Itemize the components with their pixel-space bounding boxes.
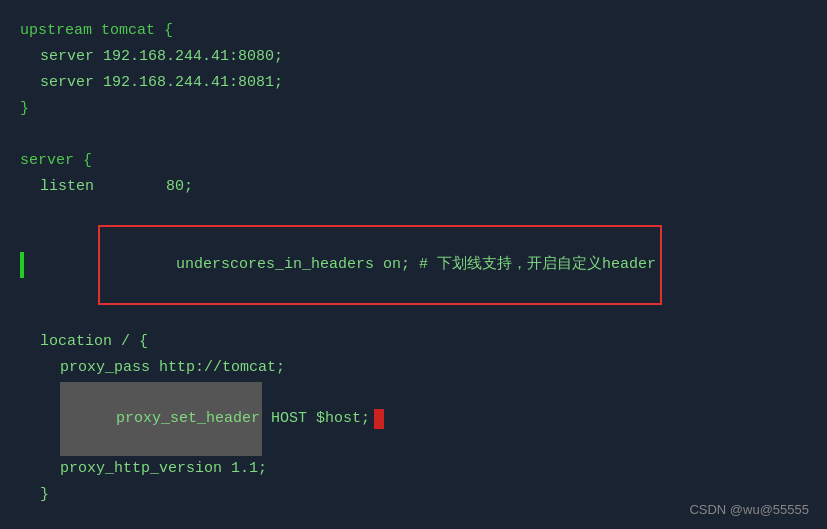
line-1: upstream tomcat { bbox=[20, 18, 807, 44]
line-9: location / { bbox=[20, 330, 807, 356]
code-text: } bbox=[40, 483, 49, 508]
proxy-set-header-highlight: proxy_set_header bbox=[60, 382, 262, 456]
line-5 bbox=[20, 122, 807, 148]
code-text: underscores_in_headers on; bbox=[176, 256, 419, 273]
line-12: proxy_http_version 1.1; bbox=[20, 456, 807, 482]
code-text: } bbox=[20, 97, 29, 122]
line-3: server 192.168.244.41:8081; bbox=[20, 70, 807, 96]
code-text: server 192.168.244.41:8081; bbox=[40, 71, 283, 96]
code-text: listen 80; bbox=[40, 175, 193, 200]
code-text: location / { bbox=[40, 330, 148, 355]
line-4: } bbox=[20, 96, 807, 122]
code-text: HOST $host; bbox=[262, 407, 370, 432]
code-text: server 192.168.244.41:8080; bbox=[40, 45, 283, 70]
line-11: proxy_set_header HOST $host; bbox=[20, 382, 807, 456]
line-6: server { bbox=[20, 148, 807, 174]
comment-text: # 下划线支持，开启自定义header bbox=[419, 256, 656, 273]
code-text: server { bbox=[20, 149, 92, 174]
green-indicator bbox=[20, 252, 24, 278]
code-text: proxy_pass http://tomcat; bbox=[60, 356, 285, 381]
line-10: proxy_pass http://tomcat; bbox=[20, 356, 807, 382]
line-7: listen 80; bbox=[20, 174, 807, 200]
cursor bbox=[374, 409, 384, 429]
line-8: underscores_in_headers on; # 下划线支持，开启自定义… bbox=[20, 200, 807, 330]
code-editor: upstream tomcat { server 192.168.244.41:… bbox=[0, 0, 827, 529]
code-text: proxy_http_version 1.1; bbox=[60, 457, 267, 482]
line-2: server 192.168.244.41:8080; bbox=[20, 44, 807, 70]
code-text: upstream tomcat { bbox=[20, 19, 173, 44]
watermark: CSDN @wu@55555 bbox=[689, 502, 809, 517]
code-text: proxy_set_header bbox=[116, 410, 260, 427]
highlighted-code-line: underscores_in_headers on; # 下划线支持，开启自定义… bbox=[98, 225, 662, 305]
